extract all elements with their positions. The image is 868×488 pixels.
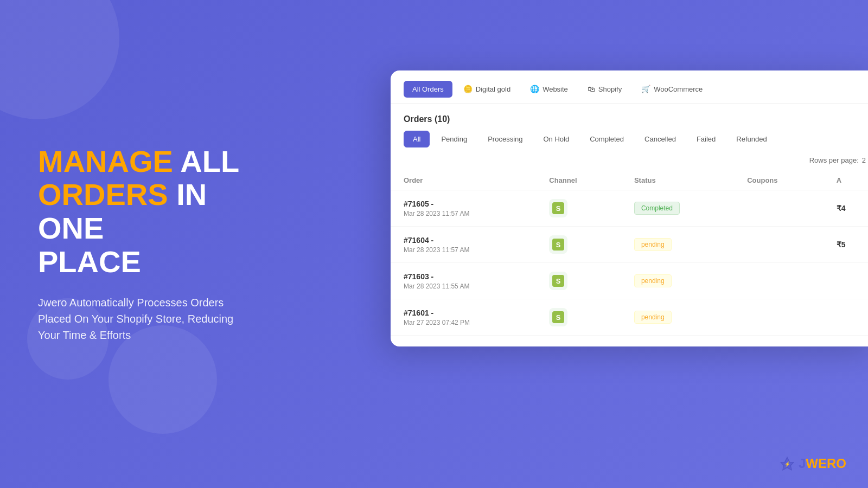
status-tab-failed[interactable]: Failed [687, 131, 725, 147]
tab-woocommerce-label: WooCommerce [654, 85, 703, 93]
order-id-0: #71605 - [404, 200, 523, 208]
orders-table: Order Channel Status Coupons A #71605 - … [391, 171, 868, 336]
cell-channel-3: S [536, 299, 621, 336]
cell-order-id: #71605 - Mar 28 2023 11:57 AM [391, 190, 536, 227]
cell-amount-0: ₹4 [824, 190, 868, 227]
channel-icon-3: S [549, 308, 567, 326]
status-badge-3: pending [634, 311, 672, 324]
svg-text:S: S [556, 277, 561, 285]
cell-order-id: #71604 - Mar 28 2023 11:57 AM [391, 227, 536, 263]
channel-icon-1: S [549, 235, 567, 254]
table-row[interactable]: #71601 - Mar 27 2023 07:42 PM S pending [391, 299, 868, 336]
status-badge-1: pending [634, 238, 672, 251]
shopify-icon-2: S [552, 275, 564, 287]
channel-tabs: All Orders 🪙 Digital gold 🌐 Website 🛍 Sh… [391, 70, 868, 104]
website-icon: 🌐 [530, 85, 539, 93]
cell-amount-3 [824, 299, 868, 336]
hero-subtitle: Jwero Automatically Processes Orders Pla… [38, 294, 250, 343]
cell-coupons-3 [734, 299, 824, 336]
cell-order-id: #71601 - Mar 27 2023 07:42 PM [391, 299, 536, 336]
tab-all-orders-label: All Orders [412, 85, 444, 93]
svg-text:S: S [556, 241, 561, 249]
col-channel: Channel [536, 171, 621, 190]
status-tab-cancelled[interactable]: Cancelled [635, 131, 685, 147]
channel-icon-0: S [549, 199, 567, 217]
tab-shopify-label: Shopify [598, 85, 622, 93]
tab-digital-gold[interactable]: 🪙 Digital gold [455, 80, 519, 98]
status-tab-pending[interactable]: Pending [432, 131, 476, 147]
hero-title-place: PLACE [38, 245, 141, 279]
hero-title: MANAGE ALL ORDERS IN ONE PLACE [38, 145, 250, 278]
cell-channel-0: S [536, 190, 621, 227]
order-date-1: Mar 28 2023 11:57 AM [404, 246, 523, 254]
logo-icon: ⚡ [779, 455, 795, 472]
tab-shopify[interactable]: 🛍 Shopify [579, 80, 630, 98]
tab-website-label: Website [542, 85, 568, 93]
order-id-3: #71601 - [404, 309, 523, 317]
hero-title-manage: MANAGE [38, 144, 173, 178]
tab-website[interactable]: 🌐 Website [521, 80, 577, 98]
shopify-tab-icon: 🛍 [588, 85, 595, 93]
amount-1: ₹5 [837, 240, 846, 249]
col-coupons: Coupons [734, 171, 824, 190]
dashboard-card: All Orders 🪙 Digital gold 🌐 Website 🛍 Sh… [391, 70, 868, 346]
col-amount: A [824, 171, 868, 190]
cell-channel-2: S [536, 263, 621, 299]
logo-wero: WERO [806, 456, 846, 471]
svg-text:S: S [556, 313, 561, 322]
status-tab-processing[interactable]: Processing [478, 131, 532, 147]
left-panel: MANAGE ALL ORDERS IN ONE PLACE Jwero Aut… [0, 0, 288, 488]
col-status: Status [621, 171, 734, 190]
channel-icon-2: S [549, 272, 567, 290]
status-tab-refunded[interactable]: Refunded [727, 131, 776, 147]
tab-woocommerce[interactable]: 🛒 WooCommerce [633, 80, 711, 98]
woocommerce-icon: 🛒 [641, 85, 650, 93]
cell-order-id: #71603 - Mar 28 2023 11:55 AM [391, 263, 536, 299]
amount-0: ₹4 [837, 204, 846, 213]
logo-j: J [799, 456, 806, 471]
digital-gold-icon: 🪙 [463, 85, 473, 93]
cell-amount-1: ₹5 [824, 227, 868, 263]
shopify-icon-1: S [552, 239, 564, 251]
rows-per-page-label: Rows per page: [809, 156, 859, 164]
orders-count: Orders (10) [404, 114, 450, 124]
status-tab-completed[interactable]: Completed [580, 131, 633, 147]
tab-digital-gold-label: Digital gold [476, 85, 510, 93]
shopify-icon-3: S [552, 311, 564, 323]
order-date-2: Mar 28 2023 11:55 AM [404, 282, 523, 290]
table-row[interactable]: #71605 - Mar 28 2023 11:57 AM S Complete… [391, 190, 868, 227]
orders-header: Orders (10) [391, 104, 868, 131]
table-row[interactable]: #71603 - Mar 28 2023 11:55 AM S pending [391, 263, 868, 299]
cell-status-3: pending [621, 299, 734, 336]
cell-status-0: Completed [621, 190, 734, 227]
logo-text: J WERO [799, 456, 846, 471]
cell-status-2: pending [621, 263, 734, 299]
rows-per-page-container: Rows per page: 2 [391, 156, 868, 171]
tab-all-orders[interactable]: All Orders [404, 81, 452, 98]
rows-per-page-value: 2 [862, 156, 866, 164]
hero-title-orders: ORDERS [38, 177, 168, 211]
cell-coupons-0 [734, 190, 824, 227]
status-tabs: All Pending Processing On Hold Completed… [391, 131, 868, 156]
status-badge-0: Completed [634, 202, 680, 215]
order-date-3: Mar 27 2023 07:42 PM [404, 319, 523, 326]
cell-coupons-1 [734, 227, 824, 263]
status-tab-all[interactable]: All [404, 131, 430, 147]
order-id-1: #71604 - [404, 236, 523, 245]
order-id-2: #71603 - [404, 272, 523, 281]
shopify-icon-0: S [552, 202, 564, 214]
status-tab-on-hold[interactable]: On Hold [534, 131, 578, 147]
hero-title-all: ALL [173, 144, 239, 178]
order-date-0: Mar 28 2023 11:57 AM [404, 210, 523, 217]
cell-channel-1: S [536, 227, 621, 263]
status-badge-2: pending [634, 274, 672, 287]
svg-text:⚡: ⚡ [784, 461, 790, 467]
logo-container: ⚡ J WERO [779, 455, 846, 472]
svg-text:S: S [556, 204, 561, 213]
cell-status-1: pending [621, 227, 734, 263]
cell-coupons-2 [734, 263, 824, 299]
table-row[interactable]: #71604 - Mar 28 2023 11:57 AM S pending … [391, 227, 868, 263]
cell-amount-2 [824, 263, 868, 299]
col-order: Order [391, 171, 536, 190]
